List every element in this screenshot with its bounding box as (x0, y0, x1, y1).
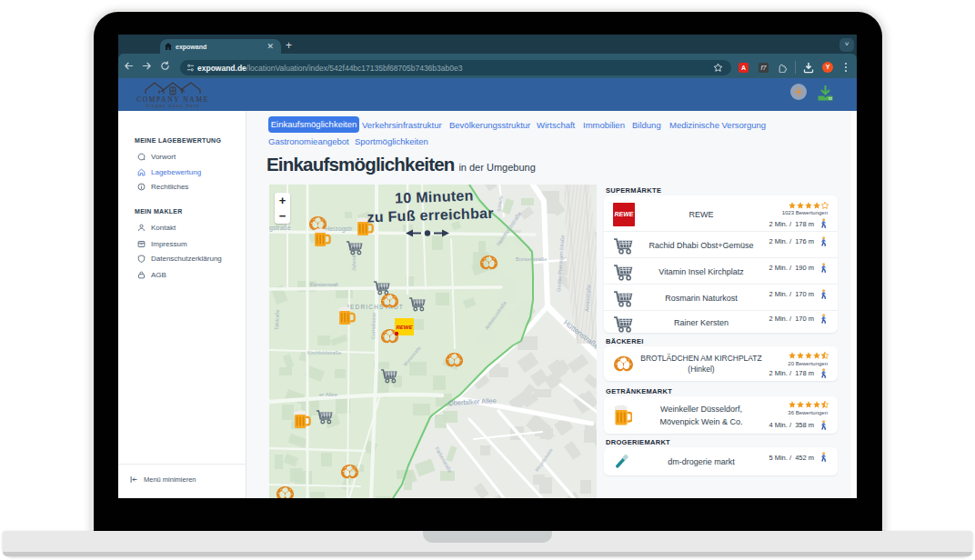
svg-text:gstraße: gstraße (269, 225, 291, 232)
svg-text:Kirchfeldstraße: Kirchfeldstraße (307, 350, 341, 355)
svg-text:REWE: REWE (397, 325, 414, 330)
svg-text:Corneliusstr: Corneliusstr (370, 312, 377, 339)
svg-text:Herzogstr: Herzogstr (325, 225, 353, 233)
svg-text:Fürstenwall: Fürstenwall (310, 282, 338, 287)
svg-text:er Allee: er Allee (319, 392, 338, 397)
svg-text:Bunsenstraße: Bunsenstraße (516, 256, 547, 262)
svg-text:Talstraße: Talstraße (274, 309, 280, 330)
svg-text:10 Minuten: 10 Minuten (395, 187, 474, 205)
